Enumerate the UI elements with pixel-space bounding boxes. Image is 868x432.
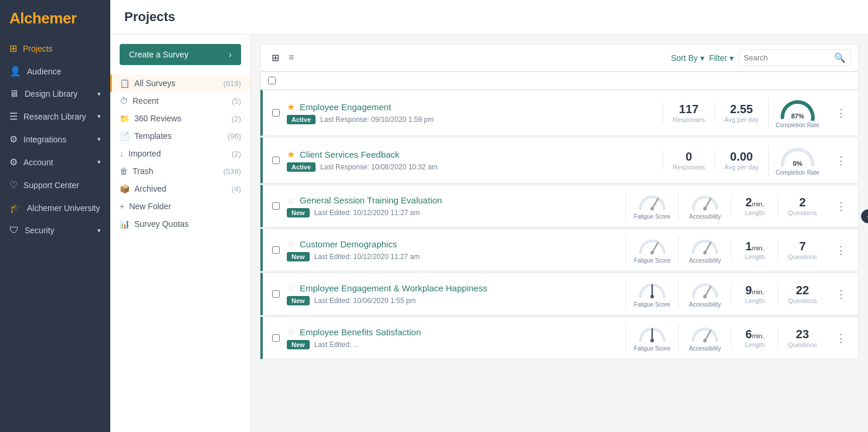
folder-item-survey-quotas[interactable]: 📊 Survey Quotas [110,215,250,233]
survey-info: ☆ Employee Engagement & Workplace Happin… [287,283,618,305]
folder-item-new-folder[interactable]: + New Folder [110,198,250,215]
survey-checkbox-employee-workplace[interactable] [272,290,280,298]
filter-label: Filter [709,53,727,63]
survey-checkbox-customer-demographics[interactable] [272,246,280,254]
sidebar-item-integrations[interactable]: ⚙ Integrations ▾ [0,128,110,151]
sidebar-item-support[interactable]: ♡ Support Center [0,174,110,196]
fatigue-gauge: Fatigue Score [625,236,678,264]
sidebar-item-projects[interactable]: ⊞ Projects [0,37,110,60]
sidebar-icon-account: ⚙ [9,157,18,168]
folder-count-archived: (4) [232,185,241,193]
survey-card-general-session[interactable]: ☆ General Session Training Evaluation Ne… [260,185,859,227]
fatigue-label: Fatigue Score [634,345,670,352]
create-survey-button[interactable]: Create a Survey › [120,44,241,65]
sidebar-icon-design-library: 🖥 [9,89,19,99]
length-value: 2min. [745,196,764,209]
survey-card-employee-engagement[interactable]: ★ Employee Engagement Active Last Respon… [260,90,859,136]
chevron-icon: ▾ [97,90,101,98]
view-toggle: ⊞ ≡ [268,50,297,66]
search-input[interactable] [744,53,832,62]
folder-icon-templates: 📄 [120,131,130,141]
survey-checkbox-employee-engagement[interactable] [272,109,280,117]
star-empty-icon[interactable]: ☆ [287,239,295,250]
sidebar-item-security[interactable]: 🛡 Security ▾ [0,219,110,241]
questions-stat: 2 Questions [778,196,826,216]
select-all-checkbox[interactable] [268,77,276,84]
fatigue-gauge: Fatigue Score [625,280,678,308]
folder-item-templates[interactable]: 📄 Templates (96) [110,127,250,145]
survey-card-client-services[interactable]: ★ Client Services Feedback Active Last R… [260,137,859,183]
more-options-button[interactable]: ⋮ [833,241,849,259]
folder-item-all-surveys[interactable]: 📋 All Surveys (819) [110,74,250,92]
more-options-button[interactable]: ⋮ [833,198,849,215]
sidebar-item-audience[interactable]: 👤 Audience [0,60,110,83]
folder-icon-360-reviews: 📁 [120,114,130,123]
survey-title: Employee Engagement [300,102,391,112]
sidebar-label-research: Research Library [23,112,86,121]
sidebar-item-university[interactable]: 🎓 Alchemer University [0,196,110,219]
accessibility-label: Accessibility [689,345,721,352]
list-view-icon[interactable]: ≡ [285,50,297,66]
survey-name: ☆ Employee Benefits Satisfaction [287,326,618,338]
survey-card-customer-demographics[interactable]: ☆ Customer Demographics New Last Edited:… [260,229,859,271]
more-options-button[interactable]: ⋮ [833,329,849,347]
sidebar-label-support: Support Center [23,181,79,190]
folder-icon-trash: 🗑 [120,166,128,176]
responses-value: 0 [686,150,692,164]
responses-value: 117 [679,103,699,116]
fatigue-gauge: Fatigue Score [625,324,678,352]
sidebar-item-research[interactable]: ☰ Research Library ▾ [0,105,110,128]
star-icon[interactable]: ★ [287,149,295,160]
folder-item-trash[interactable]: 🗑 Trash (538) [110,162,250,180]
svg-text:0%: 0% [793,160,802,167]
more-options-button[interactable]: ⋮ [833,285,849,303]
svg-point-9 [703,251,707,254]
toolbar: ⊞ ≡ Sort By ▾ Filter ▾ 🔍 [260,44,859,72]
sidebar-icon-research: ☰ [9,111,18,122]
svg-point-17 [703,339,707,342]
survey-stats: Fatigue Score Accessibility 6min. Length… [625,324,826,352]
survey-card-employee-benefits[interactable]: ☆ Employee Benefits Satisfaction New Las… [260,317,859,359]
sort-button[interactable]: Sort By ▾ [671,53,704,63]
survey-title: Employee Benefits Satisfaction [300,327,421,337]
more-options-button[interactable]: ⋮ [833,104,849,122]
survey-name: ★ Employee Engagement [287,101,656,113]
star-empty-icon[interactable]: ☆ [287,283,295,294]
star-empty-icon[interactable]: ☆ [287,195,295,206]
survey-meta: Active Last Response: 10/08/2020 10:32 a… [287,162,656,172]
folder-item-360-reviews[interactable]: 📁 360 Reviews (2) [110,110,250,127]
completion-label: Completion Rate [776,122,819,128]
left-panel: Create a Survey › 📋 All Surveys (819) ⏱ … [110,35,251,432]
folder-item-imported[interactable]: ↓ Imported (2) [110,145,250,162]
survey-info: ☆ Customer Demographics New Last Edited:… [287,239,618,261]
folder-count-imported: (2) [232,149,241,158]
svg-line-8 [705,243,711,253]
avg-value: 0.00 [730,150,753,164]
length-stat: 6min. Length [731,328,778,348]
star-empty-icon[interactable]: ☆ [287,326,295,338]
sidebar-item-account[interactable]: ⚙ Account ▾ [0,151,110,174]
survey-checkbox-employee-benefits[interactable] [272,334,280,342]
sort-chevron-icon: ▾ [700,53,704,63]
survey-checkbox-general-session[interactable] [272,202,280,210]
star-icon[interactable]: ★ [287,101,295,113]
folder-item-archived[interactable]: 📦 Archived (4) [110,180,250,198]
folder-count-trash: (538) [223,167,241,176]
folder-item-recent[interactable]: ⏱ Recent (5) [110,92,250,110]
filter-button[interactable]: Filter ▾ [709,53,734,63]
folder-label-recent: Recent [133,96,158,106]
completion-gauge: 87% Completion Rate [768,97,826,128]
folder-label-archived: Archived [134,184,166,193]
more-options-button[interactable]: ⋮ [833,152,849,169]
length-value: 6min. [745,328,764,341]
folder-label-imported: Imported [128,149,161,158]
folder-icon-all-surveys: 📋 [120,79,130,88]
survey-checkbox-client-services[interactable] [272,157,280,164]
grid-view-icon[interactable]: ⊞ [268,50,283,66]
questions-value: 22 [796,284,809,297]
sidebar-item-design-library[interactable]: 🖥 Design Library ▾ [0,83,110,105]
questions-stat: 23 Questions [778,328,826,348]
survey-card-employee-workplace[interactable]: ☆ Employee Engagement & Workplace Happin… [260,273,859,315]
avg-label: Avg per day [724,116,759,123]
survey-badge: Active [287,115,316,124]
